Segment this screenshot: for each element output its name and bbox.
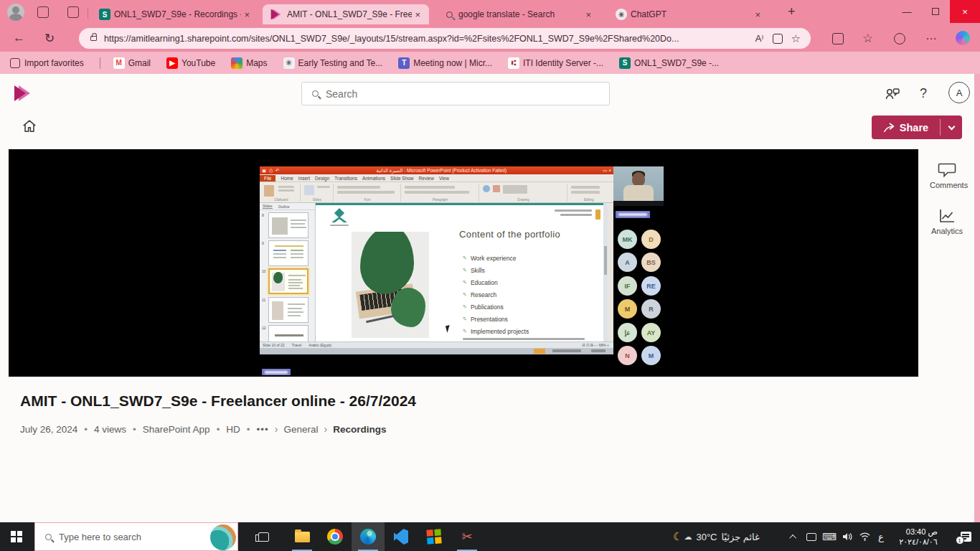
favorites-list-icon[interactable]: ☆ <box>862 31 873 46</box>
stream-icon <box>270 9 281 19</box>
breadcrumb-more[interactable]: ••• <box>257 424 269 435</box>
ppt-slides-panel: SlidesOutline 8 9 10 <box>260 203 316 342</box>
browser-toolbar: ← ↻ https://amitlearning1.sharepoint.com… <box>0 25 980 52</box>
clock[interactable]: 03:40 ص ٢٠٢٤/٠٨/٠٦ <box>891 522 946 551</box>
vertical-tabs-icon[interactable] <box>67 6 79 18</box>
cloud-icon: ☁ <box>684 532 692 542</box>
tab-close-icon[interactable]: × <box>412 9 423 20</box>
stream-search-box[interactable]: Search <box>301 82 610 105</box>
video-app: SharePoint App <box>143 424 210 435</box>
file-explorer-button[interactable] <box>286 522 319 551</box>
tab-close-icon[interactable]: × <box>583 9 594 20</box>
collections-icon[interactable] <box>894 33 905 44</box>
favorite-youtube[interactable]: ▶YouTube <box>166 57 215 69</box>
analytics-label: Analytics <box>931 227 963 235</box>
copilot-icon[interactable] <box>956 31 970 45</box>
snipping-tool-icon: ✂ <box>461 529 472 545</box>
chrome-icon <box>327 529 343 545</box>
favorite-iti-identity[interactable]: ⑆ITI Identity Server -... <box>508 57 603 69</box>
tab-close-icon[interactable]: × <box>752 9 763 20</box>
favorite-meeting-now[interactable]: TMeeting now | Micr... <box>398 57 492 69</box>
home-icon[interactable] <box>22 118 37 137</box>
tab-close-icon[interactable]: × <box>241 9 253 20</box>
video-date: July 26, 2024 <box>20 424 77 435</box>
lock-icon <box>90 36 97 41</box>
tab-label: ChatGPT <box>631 9 752 19</box>
start-button[interactable] <box>0 522 33 551</box>
favorite-gmail[interactable]: MGmail <box>113 57 151 69</box>
chrome-button[interactable] <box>319 522 352 551</box>
participant-avatar: R <box>641 299 661 319</box>
new-tab-button[interactable]: + <box>788 4 796 19</box>
tab-label: ONL1_SWD7_S9e - Recordings - <box>114 9 241 19</box>
account-avatar[interactable]: A <box>948 82 970 103</box>
desktop: S ONL1_SWD7_S9e - Recordings - × AMIT - … <box>0 0 980 551</box>
comments-panel-button[interactable]: Comments <box>930 162 964 189</box>
tab-stream-active[interactable]: AMIT - ONL1_SWD7_S9e - Freela × <box>263 4 429 24</box>
cast-tray-icon[interactable] <box>804 522 819 551</box>
video-metadata: July 26, 2024• 4 views• SharePoint App• … <box>20 423 386 435</box>
import-favorites-button[interactable]: Import favorites <box>10 58 84 68</box>
breadcrumb-recordings[interactable]: Recordings <box>333 424 386 435</box>
maps-icon <box>231 57 242 69</box>
tab-chatgpt[interactable]: ✳ ChatGPT × <box>610 4 769 24</box>
feedback-icon[interactable] <box>885 88 900 103</box>
stream-app-logo[interactable] <box>14 85 30 101</box>
touch-keyboard-tray-icon[interactable]: ⌨ <box>821 522 838 551</box>
youtube-icon: ▶ <box>166 57 178 69</box>
breadcrumb-general[interactable]: General <box>283 424 318 435</box>
slide-title: Content of the portfolio <box>459 229 560 240</box>
window-edge <box>974 74 980 522</box>
presenter-webcam <box>613 166 664 206</box>
tab-google-translate[interactable]: google translate - Search × <box>440 4 600 24</box>
share-button[interactable]: Share <box>872 116 962 139</box>
restore-button[interactable] <box>921 1 950 22</box>
snipping-tool-button[interactable]: ✂ <box>451 522 484 551</box>
back-icon[interactable]: ← <box>13 31 25 45</box>
tab-actions-icon[interactable] <box>37 6 49 18</box>
help-icon[interactable]: ? <box>920 86 927 101</box>
search-icon <box>312 90 319 97</box>
window-controls: — × <box>892 0 980 23</box>
edit-page-icon[interactable] <box>773 34 783 44</box>
divider <box>100 57 100 69</box>
favorite-maps[interactable]: Maps <box>231 57 267 69</box>
participant-avatar: D <box>641 230 661 249</box>
ppt-qat-icons: ▣ ⎙ ↶ <box>262 168 280 174</box>
refresh-icon[interactable]: ↻ <box>44 31 55 46</box>
favorite-onl1-swd7[interactable]: SONL1_SWD7_S9e -... <box>619 57 719 69</box>
weather-widget[interactable]: ☾ ☁ 30°C غائم جزئيًا <box>673 522 781 551</box>
tab-recordings[interactable]: S ONL1_SWD7_S9e - Recordings - × <box>93 4 258 24</box>
task-view-icon <box>258 532 269 542</box>
minimize-button[interactable]: — <box>892 1 921 22</box>
taskbar-search-box[interactable]: Type here to search <box>34 522 238 551</box>
analytics-panel-button[interactable]: Analytics <box>931 208 963 235</box>
browser-profile-avatar[interactable] <box>7 4 24 21</box>
vscode-button[interactable] <box>385 522 418 551</box>
wifi-tray-icon[interactable] <box>857 522 872 551</box>
settings-more-icon[interactable]: … <box>925 29 938 42</box>
address-bar[interactable]: https://amitlearning1.sharepoint.com/sit… <box>79 28 811 49</box>
language-indicator[interactable]: ع <box>874 522 888 551</box>
edge-button-active[interactable] <box>352 522 385 551</box>
ppt-window-title: السيرة الذاتية - Microsoft PowerPoint (P… <box>280 168 603 174</box>
comments-label: Comments <box>930 181 964 189</box>
video-player[interactable]: ▣ ⎙ ↶ السيرة الذاتية - Microsoft PowerPo… <box>9 149 918 377</box>
mouse-cursor <box>446 324 454 333</box>
tray-expand-chevron[interactable] <box>786 522 801 551</box>
read-aloud-icon[interactable]: A⁾ <box>755 33 764 44</box>
action-center-button[interactable]: 1 <box>951 522 980 551</box>
task-view-button[interactable] <box>247 522 280 551</box>
colored-tiles-app-button[interactable] <box>418 522 451 551</box>
colored-tiles-icon <box>427 529 442 545</box>
share-dropdown-button[interactable] <box>941 116 962 139</box>
volume-tray-icon[interactable] <box>839 522 855 551</box>
split-screen-icon[interactable] <box>832 33 844 44</box>
url-text[interactable]: https://amitlearning1.sharepoint.com/sit… <box>104 34 747 44</box>
favorite-early-testing[interactable]: ✳Early Testing and Te... <box>283 57 383 69</box>
add-favorite-icon[interactable]: ☆ <box>791 32 801 45</box>
close-button[interactable]: × <box>950 0 980 23</box>
windows-taskbar: Type here to search ✂ ☾ ☁ 30°C غائم جزئي… <box>0 522 980 551</box>
presenter-name-tag <box>616 211 650 218</box>
comments-icon <box>938 162 956 178</box>
